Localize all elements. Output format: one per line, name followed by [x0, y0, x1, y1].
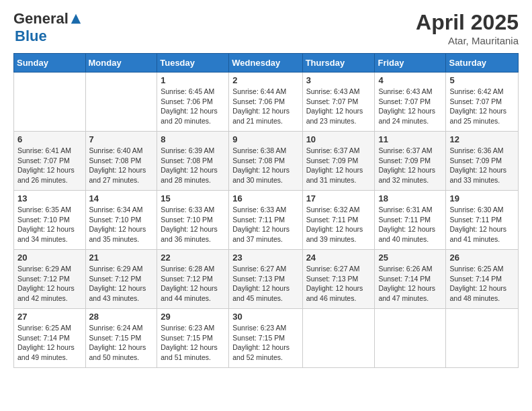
logo: General Blue — [13, 10, 82, 45]
calendar-cell: 15Sunrise: 6:33 AMSunset: 7:10 PMDayligh… — [157, 191, 229, 250]
day-detail: Sunrise: 6:44 AMSunset: 7:06 PMDaylight:… — [232, 87, 298, 126]
day-detail: Sunrise: 6:38 AMSunset: 7:08 PMDaylight:… — [232, 146, 298, 185]
day-detail: Sunrise: 6:43 AMSunset: 7:07 PMDaylight:… — [378, 87, 442, 126]
calendar-week-row-5: 27Sunrise: 6:25 AMSunset: 7:14 PMDayligh… — [14, 309, 519, 368]
calendar-header-thursday: Thursday — [302, 54, 375, 73]
calendar-cell: 12Sunrise: 6:36 AMSunset: 7:09 PMDayligh… — [446, 132, 519, 191]
day-detail: Sunrise: 6:41 AMSunset: 7:07 PMDaylight:… — [17, 146, 82, 185]
day-detail: Sunrise: 6:40 AMSunset: 7:08 PMDaylight:… — [89, 146, 154, 185]
calendar-header-row: SundayMondayTuesdayWednesdayThursdayFrid… — [14, 54, 519, 73]
day-number: 16 — [232, 193, 298, 203]
calendar-cell: 17Sunrise: 6:32 AMSunset: 7:11 PMDayligh… — [302, 191, 375, 250]
day-detail: Sunrise: 6:34 AMSunset: 7:10 PMDaylight:… — [89, 205, 154, 244]
calendar-cell: 10Sunrise: 6:37 AMSunset: 7:09 PMDayligh… — [302, 132, 375, 191]
day-number: 17 — [306, 193, 371, 203]
day-number: 3 — [306, 75, 371, 85]
calendar-cell: 27Sunrise: 6:25 AMSunset: 7:14 PMDayligh… — [14, 309, 86, 368]
day-number: 25 — [378, 253, 442, 263]
day-number: 9 — [232, 134, 298, 144]
day-number: 5 — [449, 75, 515, 85]
day-detail: Sunrise: 6:43 AMSunset: 7:07 PMDaylight:… — [306, 87, 371, 126]
day-number: 11 — [378, 134, 442, 144]
day-detail: Sunrise: 6:26 AMSunset: 7:14 PMDaylight:… — [378, 264, 442, 304]
calendar-cell: 18Sunrise: 6:31 AMSunset: 7:11 PMDayligh… — [375, 191, 446, 250]
day-number: 27 — [17, 312, 82, 322]
logo-icon — [70, 13, 82, 25]
calendar-cell — [14, 73, 86, 132]
day-detail: Sunrise: 6:30 AMSunset: 7:11 PMDaylight:… — [449, 205, 515, 244]
calendar-cell: 28Sunrise: 6:24 AMSunset: 7:15 PMDayligh… — [85, 309, 157, 368]
calendar-cell: 22Sunrise: 6:28 AMSunset: 7:12 PMDayligh… — [157, 250, 229, 309]
day-number: 20 — [17, 253, 82, 263]
calendar-week-row-4: 20Sunrise: 6:29 AMSunset: 7:12 PMDayligh… — [14, 250, 519, 309]
day-number: 10 — [306, 134, 371, 144]
day-number: 23 — [232, 253, 298, 263]
day-number: 12 — [449, 134, 515, 144]
day-detail: Sunrise: 6:25 AMSunset: 7:14 PMDaylight:… — [17, 323, 82, 363]
day-detail: Sunrise: 6:24 AMSunset: 7:15 PMDaylight:… — [89, 323, 154, 363]
day-detail: Sunrise: 6:23 AMSunset: 7:15 PMDaylight:… — [161, 323, 225, 363]
month-title: April 2025 — [416, 10, 519, 35]
day-number: 1 — [161, 75, 225, 85]
calendar-cell: 6Sunrise: 6:41 AMSunset: 7:07 PMDaylight… — [14, 132, 86, 191]
day-detail: Sunrise: 6:25 AMSunset: 7:14 PMDaylight:… — [449, 264, 515, 304]
calendar-header-sunday: Sunday — [14, 54, 86, 73]
day-number: 15 — [161, 193, 225, 203]
day-detail: Sunrise: 6:33 AMSunset: 7:11 PMDaylight:… — [232, 205, 298, 244]
day-number: 7 — [89, 134, 154, 144]
calendar-header-wednesday: Wednesday — [229, 54, 302, 73]
calendar-table: SundayMondayTuesdayWednesdayThursdayFrid… — [13, 53, 519, 368]
day-number: 24 — [306, 253, 371, 263]
day-detail: Sunrise: 6:45 AMSunset: 7:06 PMDaylight:… — [161, 87, 225, 126]
header: General Blue April 2025 Atar, Mauritania — [13, 10, 519, 46]
logo-blue-text: Blue — [15, 28, 47, 45]
calendar-header-saturday: Saturday — [446, 54, 519, 73]
calendar-cell: 7Sunrise: 6:40 AMSunset: 7:08 PMDaylight… — [85, 132, 157, 191]
calendar-cell: 11Sunrise: 6:37 AMSunset: 7:09 PMDayligh… — [375, 132, 446, 191]
calendar-cell — [302, 309, 375, 368]
calendar-cell: 2Sunrise: 6:44 AMSunset: 7:06 PMDaylight… — [229, 73, 302, 132]
calendar-cell: 9Sunrise: 6:38 AMSunset: 7:08 PMDaylight… — [229, 132, 302, 191]
day-detail: Sunrise: 6:27 AMSunset: 7:13 PMDaylight:… — [306, 264, 371, 304]
day-detail: Sunrise: 6:39 AMSunset: 7:08 PMDaylight:… — [161, 146, 225, 185]
calendar-cell: 24Sunrise: 6:27 AMSunset: 7:13 PMDayligh… — [302, 250, 375, 309]
calendar-cell: 19Sunrise: 6:30 AMSunset: 7:11 PMDayligh… — [446, 191, 519, 250]
calendar-cell: 30Sunrise: 6:23 AMSunset: 7:15 PMDayligh… — [229, 309, 302, 368]
logo-general: General — [13, 10, 69, 28]
logo-text: General — [13, 10, 82, 28]
day-detail: Sunrise: 6:37 AMSunset: 7:09 PMDaylight:… — [306, 146, 371, 185]
calendar-cell — [375, 309, 446, 368]
calendar-cell: 21Sunrise: 6:29 AMSunset: 7:12 PMDayligh… — [85, 250, 157, 309]
calendar-cell: 13Sunrise: 6:35 AMSunset: 7:10 PMDayligh… — [14, 191, 86, 250]
calendar-cell: 4Sunrise: 6:43 AMSunset: 7:07 PMDaylight… — [375, 73, 446, 132]
calendar-cell: 25Sunrise: 6:26 AMSunset: 7:14 PMDayligh… — [375, 250, 446, 309]
calendar-week-row-2: 6Sunrise: 6:41 AMSunset: 7:07 PMDaylight… — [14, 132, 519, 191]
day-detail: Sunrise: 6:23 AMSunset: 7:15 PMDaylight:… — [232, 323, 298, 363]
calendar-cell: 16Sunrise: 6:33 AMSunset: 7:11 PMDayligh… — [229, 191, 302, 250]
day-detail: Sunrise: 6:37 AMSunset: 7:09 PMDaylight:… — [378, 146, 442, 185]
day-number: 30 — [232, 312, 298, 322]
calendar-cell: 26Sunrise: 6:25 AMSunset: 7:14 PMDayligh… — [446, 250, 519, 309]
calendar-header-friday: Friday — [375, 54, 446, 73]
calendar-cell: 14Sunrise: 6:34 AMSunset: 7:10 PMDayligh… — [85, 191, 157, 250]
day-detail: Sunrise: 6:33 AMSunset: 7:10 PMDaylight:… — [161, 205, 225, 244]
calendar-week-row-1: 1Sunrise: 6:45 AMSunset: 7:06 PMDaylight… — [14, 73, 519, 132]
calendar-cell: 20Sunrise: 6:29 AMSunset: 7:12 PMDayligh… — [14, 250, 86, 309]
title-block: April 2025 Atar, Mauritania — [416, 10, 519, 46]
calendar-week-row-3: 13Sunrise: 6:35 AMSunset: 7:10 PMDayligh… — [14, 191, 519, 250]
calendar-header-tuesday: Tuesday — [157, 54, 229, 73]
day-number: 22 — [161, 253, 225, 263]
day-detail: Sunrise: 6:36 AMSunset: 7:09 PMDaylight:… — [449, 146, 515, 185]
day-number: 6 — [17, 134, 82, 144]
calendar-cell: 29Sunrise: 6:23 AMSunset: 7:15 PMDayligh… — [157, 309, 229, 368]
page: General Blue April 2025 Atar, Mauritania… — [0, 0, 532, 411]
calendar-header-monday: Monday — [85, 54, 157, 73]
day-detail: Sunrise: 6:29 AMSunset: 7:12 PMDaylight:… — [17, 264, 82, 304]
day-detail: Sunrise: 6:28 AMSunset: 7:12 PMDaylight:… — [161, 264, 225, 304]
day-detail: Sunrise: 6:31 AMSunset: 7:11 PMDaylight:… — [378, 205, 442, 244]
calendar-cell: 23Sunrise: 6:27 AMSunset: 7:13 PMDayligh… — [229, 250, 302, 309]
calendar-cell — [85, 73, 157, 132]
day-number: 13 — [17, 193, 82, 203]
day-number: 26 — [449, 253, 515, 263]
calendar-cell — [446, 309, 519, 368]
